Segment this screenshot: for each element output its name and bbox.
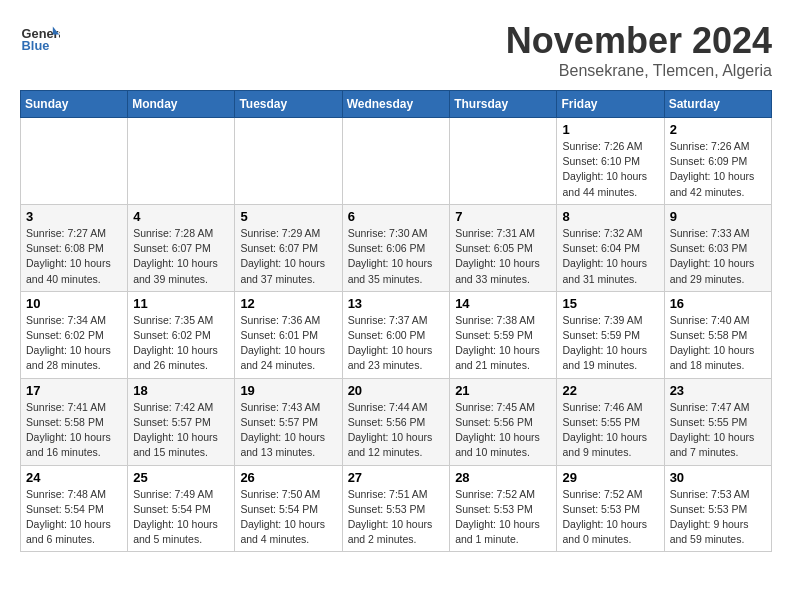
calendar-cell: 29Sunrise: 7:52 AMSunset: 5:53 PMDayligh… <box>557 465 664 552</box>
day-number: 29 <box>562 470 658 485</box>
day-number: 19 <box>240 383 336 398</box>
day-number: 18 <box>133 383 229 398</box>
day-info: Sunrise: 7:29 AMSunset: 6:07 PMDaylight:… <box>240 226 336 287</box>
day-info: Sunrise: 7:43 AMSunset: 5:57 PMDaylight:… <box>240 400 336 461</box>
day-number: 27 <box>348 470 445 485</box>
calendar-cell <box>342 118 450 205</box>
calendar-cell: 7Sunrise: 7:31 AMSunset: 6:05 PMDaylight… <box>450 204 557 291</box>
logo-icon: General Blue <box>20 20 60 60</box>
day-number: 20 <box>348 383 445 398</box>
calendar-cell: 24Sunrise: 7:48 AMSunset: 5:54 PMDayligh… <box>21 465 128 552</box>
day-info: Sunrise: 7:42 AMSunset: 5:57 PMDaylight:… <box>133 400 229 461</box>
calendar-cell: 19Sunrise: 7:43 AMSunset: 5:57 PMDayligh… <box>235 378 342 465</box>
day-number: 3 <box>26 209 122 224</box>
page-header: General Blue November 2024 Bensekrane, T… <box>20 20 772 80</box>
calendar-cell: 1Sunrise: 7:26 AMSunset: 6:10 PMDaylight… <box>557 118 664 205</box>
calendar-week-row: 3Sunrise: 7:27 AMSunset: 6:08 PMDaylight… <box>21 204 772 291</box>
calendar-cell: 6Sunrise: 7:30 AMSunset: 6:06 PMDaylight… <box>342 204 450 291</box>
day-info: Sunrise: 7:47 AMSunset: 5:55 PMDaylight:… <box>670 400 766 461</box>
calendar-cell: 21Sunrise: 7:45 AMSunset: 5:56 PMDayligh… <box>450 378 557 465</box>
day-info: Sunrise: 7:32 AMSunset: 6:04 PMDaylight:… <box>562 226 658 287</box>
calendar-cell: 17Sunrise: 7:41 AMSunset: 5:58 PMDayligh… <box>21 378 128 465</box>
day-number: 25 <box>133 470 229 485</box>
day-info: Sunrise: 7:41 AMSunset: 5:58 PMDaylight:… <box>26 400 122 461</box>
calendar-cell: 11Sunrise: 7:35 AMSunset: 6:02 PMDayligh… <box>128 291 235 378</box>
calendar-cell <box>235 118 342 205</box>
day-number: 26 <box>240 470 336 485</box>
calendar-table: SundayMondayTuesdayWednesdayThursdayFrid… <box>20 90 772 552</box>
header-day: Saturday <box>664 91 771 118</box>
calendar-cell: 25Sunrise: 7:49 AMSunset: 5:54 PMDayligh… <box>128 465 235 552</box>
header-day: Wednesday <box>342 91 450 118</box>
header-day: Tuesday <box>235 91 342 118</box>
day-number: 28 <box>455 470 551 485</box>
calendar-cell: 16Sunrise: 7:40 AMSunset: 5:58 PMDayligh… <box>664 291 771 378</box>
day-info: Sunrise: 7:36 AMSunset: 6:01 PMDaylight:… <box>240 313 336 374</box>
day-number: 12 <box>240 296 336 311</box>
header-day: Thursday <box>450 91 557 118</box>
calendar-cell: 23Sunrise: 7:47 AMSunset: 5:55 PMDayligh… <box>664 378 771 465</box>
header-day: Sunday <box>21 91 128 118</box>
day-info: Sunrise: 7:28 AMSunset: 6:07 PMDaylight:… <box>133 226 229 287</box>
day-number: 2 <box>670 122 766 137</box>
day-info: Sunrise: 7:31 AMSunset: 6:05 PMDaylight:… <box>455 226 551 287</box>
svg-text:Blue: Blue <box>22 38 50 53</box>
day-info: Sunrise: 7:26 AMSunset: 6:10 PMDaylight:… <box>562 139 658 200</box>
title-block: November 2024 Bensekrane, Tlemcen, Alger… <box>506 20 772 80</box>
day-number: 15 <box>562 296 658 311</box>
calendar-cell: 8Sunrise: 7:32 AMSunset: 6:04 PMDaylight… <box>557 204 664 291</box>
calendar-cell: 13Sunrise: 7:37 AMSunset: 6:00 PMDayligh… <box>342 291 450 378</box>
day-info: Sunrise: 7:44 AMSunset: 5:56 PMDaylight:… <box>348 400 445 461</box>
day-info: Sunrise: 7:40 AMSunset: 5:58 PMDaylight:… <box>670 313 766 374</box>
day-number: 13 <box>348 296 445 311</box>
day-number: 14 <box>455 296 551 311</box>
calendar-cell <box>128 118 235 205</box>
header-day: Friday <box>557 91 664 118</box>
day-number: 30 <box>670 470 766 485</box>
calendar-cell: 9Sunrise: 7:33 AMSunset: 6:03 PMDaylight… <box>664 204 771 291</box>
day-number: 9 <box>670 209 766 224</box>
day-info: Sunrise: 7:30 AMSunset: 6:06 PMDaylight:… <box>348 226 445 287</box>
calendar-cell <box>21 118 128 205</box>
day-number: 5 <box>240 209 336 224</box>
calendar-week-row: 17Sunrise: 7:41 AMSunset: 5:58 PMDayligh… <box>21 378 772 465</box>
calendar-cell: 20Sunrise: 7:44 AMSunset: 5:56 PMDayligh… <box>342 378 450 465</box>
calendar-cell: 15Sunrise: 7:39 AMSunset: 5:59 PMDayligh… <box>557 291 664 378</box>
day-info: Sunrise: 7:53 AMSunset: 5:53 PMDaylight:… <box>670 487 766 548</box>
calendar-cell: 30Sunrise: 7:53 AMSunset: 5:53 PMDayligh… <box>664 465 771 552</box>
day-number: 1 <box>562 122 658 137</box>
header-day: Monday <box>128 91 235 118</box>
day-number: 21 <box>455 383 551 398</box>
day-info: Sunrise: 7:46 AMSunset: 5:55 PMDaylight:… <box>562 400 658 461</box>
calendar-header: SundayMondayTuesdayWednesdayThursdayFrid… <box>21 91 772 118</box>
calendar-cell: 3Sunrise: 7:27 AMSunset: 6:08 PMDaylight… <box>21 204 128 291</box>
calendar-cell: 18Sunrise: 7:42 AMSunset: 5:57 PMDayligh… <box>128 378 235 465</box>
calendar-cell: 5Sunrise: 7:29 AMSunset: 6:07 PMDaylight… <box>235 204 342 291</box>
day-info: Sunrise: 7:45 AMSunset: 5:56 PMDaylight:… <box>455 400 551 461</box>
day-info: Sunrise: 7:51 AMSunset: 5:53 PMDaylight:… <box>348 487 445 548</box>
day-info: Sunrise: 7:48 AMSunset: 5:54 PMDaylight:… <box>26 487 122 548</box>
day-number: 7 <box>455 209 551 224</box>
month-title: November 2024 <box>506 20 772 62</box>
day-number: 11 <box>133 296 229 311</box>
day-info: Sunrise: 7:39 AMSunset: 5:59 PMDaylight:… <box>562 313 658 374</box>
calendar-week-row: 10Sunrise: 7:34 AMSunset: 6:02 PMDayligh… <box>21 291 772 378</box>
calendar-cell: 12Sunrise: 7:36 AMSunset: 6:01 PMDayligh… <box>235 291 342 378</box>
calendar-cell: 2Sunrise: 7:26 AMSunset: 6:09 PMDaylight… <box>664 118 771 205</box>
calendar-week-row: 1Sunrise: 7:26 AMSunset: 6:10 PMDaylight… <box>21 118 772 205</box>
calendar-week-row: 24Sunrise: 7:48 AMSunset: 5:54 PMDayligh… <box>21 465 772 552</box>
calendar-cell: 10Sunrise: 7:34 AMSunset: 6:02 PMDayligh… <box>21 291 128 378</box>
day-info: Sunrise: 7:37 AMSunset: 6:00 PMDaylight:… <box>348 313 445 374</box>
calendar-cell: 14Sunrise: 7:38 AMSunset: 5:59 PMDayligh… <box>450 291 557 378</box>
calendar-cell: 26Sunrise: 7:50 AMSunset: 5:54 PMDayligh… <box>235 465 342 552</box>
calendar-cell <box>450 118 557 205</box>
day-number: 17 <box>26 383 122 398</box>
day-info: Sunrise: 7:49 AMSunset: 5:54 PMDaylight:… <box>133 487 229 548</box>
header-row: SundayMondayTuesdayWednesdayThursdayFrid… <box>21 91 772 118</box>
day-number: 6 <box>348 209 445 224</box>
day-number: 8 <box>562 209 658 224</box>
day-number: 22 <box>562 383 658 398</box>
day-number: 23 <box>670 383 766 398</box>
day-info: Sunrise: 7:33 AMSunset: 6:03 PMDaylight:… <box>670 226 766 287</box>
calendar-cell: 28Sunrise: 7:52 AMSunset: 5:53 PMDayligh… <box>450 465 557 552</box>
